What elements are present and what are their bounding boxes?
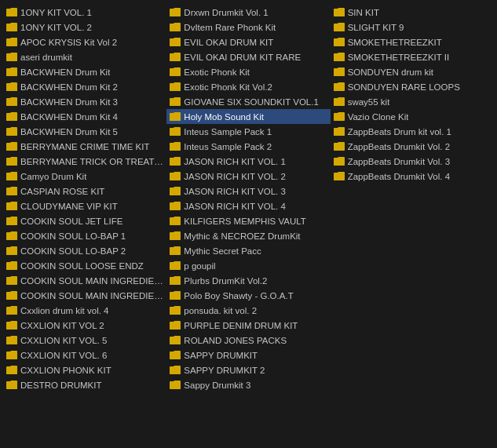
list-item[interactable]: BACKWHEN Drum Kit 5 [3,124,166,139]
folder-icon [170,381,181,389]
list-item[interactable]: Vazio Clone Kit [331,109,494,124]
list-item[interactable]: COOKIN SOUL LO-BAP 2 [3,243,166,258]
folder-icon [170,142,181,151]
list-item[interactable]: BERRYMANE CRIME TIME KIT [3,139,166,154]
list-item[interactable]: ZappBeats Drumkit Vol. 4 [331,169,494,184]
item-label: JASON RICH KIT VOL. 1 [184,157,286,166]
folder-icon [6,38,17,46]
list-item[interactable]: p goupil [166,258,330,273]
list-item[interactable]: aseri drumkit [3,49,166,64]
list-item[interactable]: COOKIN SOUL LO-BAP 1 [3,228,166,243]
item-label: COOKIN SOUL MAIN INGREDIENTS 1 [20,276,163,286]
list-item[interactable]: ROLAND JONES PACKS [166,333,330,348]
svg-rect-56 [334,69,345,76]
folder-icon [170,336,181,344]
list-item[interactable]: SONDUYEN RARE LOOPS [331,79,494,94]
svg-rect-19 [6,293,17,300]
list-item[interactable]: DESTRO DRUMKIT [3,377,166,392]
list-item[interactable]: COOKIN SOUL MAIN INGREDIENTS 1 [3,273,166,288]
list-item[interactable]: Mythic & NECROEZ DrumKit [166,228,330,243]
list-item[interactable]: BACKWHEN Drum Kit 2 [3,79,166,94]
svg-rect-30 [170,69,181,76]
list-item[interactable]: Camyo Drum Kit [3,169,166,184]
list-item[interactable]: Sappy Drumkit 3 [166,377,330,392]
list-item[interactable]: PURPLE DENIM DRUM KIT [166,318,330,333]
svg-rect-3 [6,54,17,61]
list-item[interactable]: EVIL OKAI DRUM KIT RARE [166,49,330,64]
list-item[interactable]: ZappBeats Drum kit vol. 1 [331,124,494,139]
list-item[interactable]: SMOKETHETREEZKIT [331,35,494,49]
item-label: Sappy Drumkit 3 [184,381,250,390]
list-item[interactable]: APOC KRYSIS Kit Vol 2 [3,35,166,49]
list-item[interactable]: Inteus Sample Pack 1 [166,124,330,139]
svg-rect-59 [334,114,345,121]
list-item[interactable]: COOKIN SOUL LOOSE ENDZ [3,258,166,273]
list-item[interactable]: DvItem Rare Phonk Kit [166,20,330,35]
svg-rect-20 [6,308,17,315]
list-item[interactable]: Cxxlion drum kit vol. 4 [3,303,166,318]
list-item[interactable]: ponsuda. kit vol. 2 [166,303,330,318]
list-item[interactable]: Plurbs DrumKit Vol.2 [166,273,330,288]
item-label: CASPIAN ROSE KIT [20,187,104,196]
list-item[interactable]: CLOUDYMANE VIP KIT [3,199,166,213]
folder-icon [6,306,17,315]
item-label: Polo Boy Shawty - G.O.A.T [184,291,293,300]
list-item[interactable]: Drxwn Drumkit Vol. 1 [166,5,330,20]
folder-icon [170,217,181,225]
svg-rect-27 [170,24,181,31]
list-item[interactable]: JASON RICH KIT VOL. 4 [166,199,330,213]
list-item[interactable]: BACKWHEN Drum Kit [3,64,166,79]
list-item[interactable]: 1ONY KIT VOL. 2 [3,20,166,35]
list-item[interactable]: JASON RICH KIT VOL. 3 [166,184,330,199]
svg-rect-9 [6,144,17,151]
list-item[interactable]: BERRYMANE TRICK OR TREAT PACK [3,154,166,169]
folder-icon [334,142,345,151]
svg-rect-46 [170,308,181,315]
list-item[interactable]: SAPPY DRUMKIT [166,348,330,362]
folder-icon [6,187,17,195]
list-item[interactable]: Exotic Phonk Kit [166,64,330,79]
svg-rect-42 [170,248,181,255]
list-item[interactable]: CXXLION KIT VOL. 5 [3,333,166,348]
folder-icon [170,97,181,106]
list-item[interactable]: ZappBeats Drumkit Vol. 3 [331,154,494,169]
list-item[interactable]: SONDUYEN drum kit [331,64,494,79]
svg-rect-26 [170,9,181,16]
item-label: ZappBeats Drum kit vol. 1 [348,127,451,137]
svg-rect-43 [170,263,181,270]
list-item[interactable]: Exotic Phonk Kit Vol.2 [166,79,330,94]
svg-rect-24 [6,367,17,374]
list-item[interactable]: CXXLION PHONK KIT [3,362,166,377]
list-item[interactable]: SAPPY DRUMKIT 2 [166,362,330,377]
svg-rect-16 [6,248,17,255]
list-item[interactable]: SIN KIT [331,5,494,20]
list-item[interactable]: Holy Mob Sound Kit [166,109,330,124]
folder-icon [334,38,345,46]
list-item[interactable]: 1ONY KIT VOL. 1 [3,5,166,20]
list-item[interactable]: BACKWHEN Drum Kit 4 [3,109,166,124]
list-item[interactable]: EVIL OKAI DRUM KIT [166,35,330,49]
list-item[interactable]: GIOVANE SIX SOUNDKIT VOL.1 [166,94,330,109]
list-item[interactable]: BACKWHEN Drum Kit 3 [3,94,166,109]
list-item[interactable]: COOKIN SOUL JET LIFE [3,213,166,228]
list-item[interactable]: SMOKETHETREEZKIT II [331,49,494,64]
item-label: Vazio Clone Kit [348,112,409,122]
item-label: DESTRO DRUMKIT [20,381,102,390]
svg-rect-38 [170,188,181,195]
list-item[interactable]: JASON RICH KIT VOL. 2 [166,169,330,184]
list-item[interactable]: Mythic Secret Pacc [166,243,330,258]
item-label: GIOVANE SIX SOUNDKIT VOL.1 [184,97,318,107]
svg-rect-6 [6,99,17,106]
list-item[interactable]: ZappBeats Drumkit Vol. 2 [331,139,494,154]
list-item[interactable]: JASON RICH KIT VOL. 1 [166,154,330,169]
item-label: COOKIN SOUL LO-BAP 1 [20,231,126,241]
list-item[interactable]: Inteus Sample Pack 2 [166,139,330,154]
list-item[interactable]: CASPIAN ROSE KIT [3,184,166,199]
list-item[interactable]: CXXLION KIT VOL. 6 [3,348,166,362]
list-item[interactable]: Polo Boy Shawty - G.O.A.T [166,288,330,303]
list-item[interactable]: CXXLION KIT VOL 2 [3,318,166,333]
list-item[interactable]: SLIGHT KIT 9 [331,20,494,35]
list-item[interactable]: sway55 kit [331,94,494,109]
list-item[interactable]: COOKIN SOUL MAIN INGREDIENTS 2 [3,288,166,303]
list-item[interactable]: KILFIGERS MEMPHIS VAULT [166,213,330,228]
